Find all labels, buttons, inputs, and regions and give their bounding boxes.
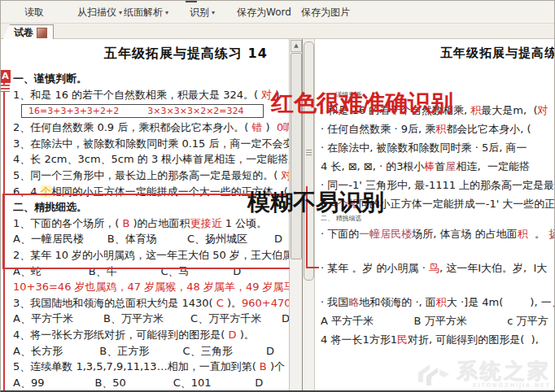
save-as-image-button[interactable]: 保存为图片: [301, 6, 350, 20]
text-line: 4 长, ⊠, ⊠, · 的3根小棒首屋相连, 一定能搭: [321, 157, 555, 176]
text-segment: · 我国: [321, 296, 348, 308]
text-segment: 。: [528, 228, 548, 240]
toolbar: 读取 从扫描仪▾ 纸面解析▾ 识别▾ 保存为Word 保存为图片: [0, 0, 555, 24]
text-line: A、一幢居民楼 B、体育场 C、扬州城区 D: [13, 231, 290, 247]
text-line: 一、谨慎判断。: [13, 71, 290, 87]
xitongzhijia-logo-icon: [417, 361, 451, 389]
left-scrollbar-thumb[interactable]: [291, 53, 302, 259]
text-line: · 在除法中, 被除数和除数同时乘 · 5后, 商一: [321, 138, 555, 157]
recognized-text[interactable]: 一、 谨慎判断· 和是 16 的着干个自然数相乘, 积最大是m, (对· 任何自…: [321, 89, 555, 349]
text-line: 2、某年 10 岁的小明属鸡，这一年王大伯 50 岁，王大伯属( A: [13, 247, 290, 264]
text-segment: 相连, 一定能搭: [457, 160, 530, 172]
dropdown-caret-icon: ▾: [165, 9, 168, 16]
region-annotation-line: [306, 267, 319, 268]
text-segment: A、平方千米 B、万平方米 C、万平方千米 D: [13, 312, 290, 324]
text-segment: 4 长, ⊠, ⊠, · 的3根小: [321, 160, 425, 172]
text-line: 10+36=46 岁也属鸡，47 岁属猴，48 岁属羊，49 岁属马，50: [13, 279, 290, 295]
text-segment: 4 将一长1方形1: [321, 333, 397, 346]
text-segment: 大 ·]是 4m( ), 一、: [447, 296, 555, 308]
text-segment: 最大是m, (: [481, 104, 537, 116]
text-region-marker-badge[interactable]: A: [0, 70, 11, 83]
text-segment: 960+470=1430: [242, 297, 290, 309]
text-line: 2、任何自然数乘 0.9 后，乘积都会比它本身小。( 错 ) 0呢?: [13, 120, 290, 136]
text-segment: 2、任何自然数乘 0.9 后，乘积都会比它本身小。(: [13, 121, 251, 133]
text-segment: 二、精挑细选。: [13, 201, 87, 213]
text-line: 4 将一长1方形1民对折, 可能得到的图形是( ),: [321, 330, 555, 349]
text-segment: , 这一年I大伯。岁, I大: [439, 262, 547, 274]
watermark-text: 系统之家: [457, 360, 551, 381]
text-segment: 同的小正方体一定能拼成一-1' 大一些的正方: [359, 198, 555, 210]
tab-exam-paper[interactable]: 试卷: [2, 24, 54, 39]
text-segment: A、蛇 B、牛 C、马 D: [13, 265, 241, 277]
window-fragment: [186, 0, 197, 2]
text-line: · 下面的一幢居民楼场所, 体言场 的占地面积 。 扬州城区1: [321, 224, 555, 243]
text-segment: 1、和是 16 的若干个自然数相乘，积最大是 324。(: [13, 89, 261, 101]
paper-analysis-button[interactable]: 纸面解析▾: [124, 6, 168, 20]
text-segment: A、长方形 B、正方形 C、三角形 D: [13, 345, 274, 357]
text-segment: 5、同一个三角形中，最长边上的那条高一定是最短的。(: [13, 169, 281, 181]
document-text: 一、谨慎判断。1、和是 16 的若干个自然数相乘，积最大是 324。( 对 )1…: [13, 71, 290, 392]
read-button[interactable]: 读取: [24, 6, 44, 20]
dropdown-caret-icon: ▾: [119, 9, 122, 16]
text-segment: 场所, 体言场 的占地面: [412, 228, 517, 240]
page-thumbnail-icon: [37, 28, 47, 38]
read-button-label: 读取: [24, 7, 44, 18]
text-segment: · 任何自然数乘 · 9后, 乘: [321, 123, 435, 135]
text-segment: 鸟: [429, 262, 439, 274]
text-line: 3、在除法中，被除数和除数同时乘 0.15 后，商一定不会变。(: [13, 136, 290, 152]
recognize-label: 识别: [190, 7, 209, 18]
text-segment: A、99 B、50 C、101 D: [13, 377, 263, 389]
text-segment: 1、下面的各个场所，(: [13, 217, 122, 229]
text-line: 4、将一张长方形纸对折，可能得到的图形是( D )。: [13, 327, 290, 343]
text-segment: 1 公顷。: [222, 217, 268, 229]
from-scanner-button[interactable]: 从扫描仪▾: [77, 6, 122, 20]
text-segment: 错: [251, 121, 262, 133]
text-segment: 地和领海的 ·, 面: [359, 296, 436, 308]
text-segment: 扬州城区: [548, 228, 555, 240]
text-segment: 3、在除法中，被除数和除数同时乘 0.15 后，商一定不会变。(: [13, 137, 290, 150]
text-segment: 积: [518, 228, 528, 240]
text-segment: ): [262, 121, 276, 133]
text-segment: 一幢居民楼: [359, 228, 412, 240]
tab-bar: 试卷: [0, 24, 555, 39]
text-segment: A、一幢居民楼 B、体育场 C、扬州城区 D: [13, 233, 282, 245]
text-segment: 都会比它本身小, (: [446, 123, 531, 135]
text-segment: 积: [435, 123, 446, 135]
text-segment: 更接近: [190, 217, 222, 229]
text-segment: 棒: [425, 160, 435, 172]
document-title: 五年级拓展与提高练习 14: [104, 46, 268, 63]
text-segment: A 平方千米 B 万平方米 c 万平方: [321, 315, 548, 327]
text-segment: 6、4: [13, 185, 41, 198]
text-line: 5、同一个三角形中，最长边上的那条高一定是最短的。( 对 ): [13, 168, 290, 184]
watermark: 系统之家 XITONGZHIJIA.NET: [417, 360, 551, 389]
text-line: · 我国略地和领海的 ·, 面积大 ·]是 4m( ), 一、: [321, 293, 555, 311]
region-boundary-line: [3, 70, 5, 392]
text-segment: )的占地面积: [129, 217, 190, 229]
text-line: A、长方形 B、正方形 C、三角形 D: [13, 343, 290, 359]
text-line: 5、连续单数 1,3,5,7,9,11,13…相加，一直加到第( B )个，: [13, 359, 290, 375]
save-as-word-button[interactable]: 保存为Word: [237, 6, 291, 20]
paper-analysis-label: 纸面解析: [124, 7, 163, 18]
text-line: 3、我国陆地和领海的总面积大约是 1430( C )。960+470=1430: [13, 295, 290, 311]
text-segment: 3、我国陆地和领海的总面积大约是 1430(: [13, 297, 216, 309]
text-line: A 平方千米 B 万平方米 c 万平方: [321, 311, 555, 330]
text-segment: 3×3×3×3×2×2=324: [147, 106, 243, 116]
text-segment: 4、长 2cm、3cm、5cm 的 3 根小棒首尾相连，一定能搭成三角形。: [13, 153, 290, 165]
text-segment: )个，: [267, 360, 290, 372]
text-segment: D: [228, 329, 236, 341]
recognized-title: 五年级拓展与提高练: [440, 46, 555, 61]
region-grip-icon: [1, 85, 10, 92]
scanned-document: A 五年级拓展与提高练习 14 一、谨慎判断。1、和是 16 的若干个自然数相乘…: [0, 39, 290, 392]
text-segment: )。: [237, 329, 255, 341]
scrollbar-grip-icon: [306, 150, 312, 157]
scroll-up-icon[interactable]: ▲: [291, 40, 302, 52]
text-line: A、蛇 B、牛 C、马 D: [13, 264, 290, 280]
text-line: · 某年 。岁 的小明属 · 鸟, 这一年I大伯。岁, I大: [321, 259, 555, 277]
text-line: A、99 B、50 C、101 D: [13, 375, 290, 391]
text-segment: 民: [397, 333, 408, 346]
text-segment: 对: [537, 104, 548, 116]
recognize-button[interactable]: 识别▾: [190, 6, 215, 20]
right-scrollbar-thumb[interactable]: [304, 41, 314, 281]
text-segment: 首: [435, 160, 446, 172]
tab-exam-paper-label: 试卷: [14, 26, 33, 40]
